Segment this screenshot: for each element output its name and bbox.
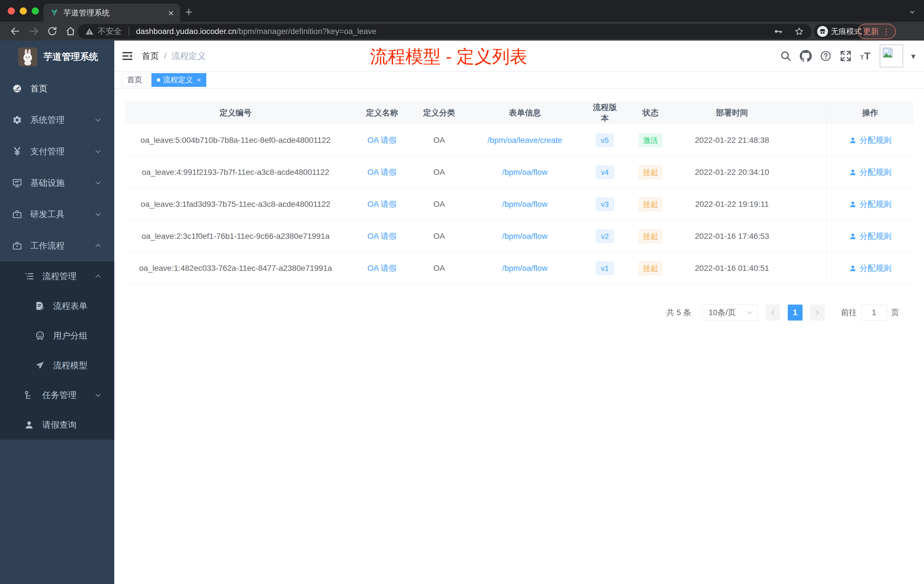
tag-home[interactable]: 首页 [122, 73, 147, 87]
sidebar-item-system-mgmt[interactable]: 系统管理 [0, 104, 114, 136]
reload-icon[interactable] [47, 26, 58, 36]
fullscreen-icon[interactable] [840, 50, 852, 62]
next-page-button[interactable] [810, 305, 825, 320]
github-icon[interactable] [800, 50, 812, 62]
page-number-1[interactable]: 1 [788, 305, 803, 320]
status-cell: 挂起 [620, 165, 681, 179]
yen-icon [12, 146, 22, 157]
form-info-link[interactable]: /bpm/oa/flow [502, 168, 548, 177]
form-info-cell: /bpm/oa/flow [460, 168, 589, 177]
help-question-icon[interactable] [820, 50, 832, 62]
chevron-down-icon [94, 179, 102, 186]
sidebar-item-task-mgmt[interactable]: 任务管理 [0, 380, 114, 410]
definition-id-cell: oa_leave:2:3c1f0ef1-76b1-11ec-9c66-a2380… [125, 232, 346, 241]
url-text[interactable]: dashboard.yudao.iocoder.cn/bpm/manager/d… [136, 27, 376, 36]
close-window-button[interactable] [8, 7, 15, 15]
tab-title: 芋道管理系统 [63, 8, 163, 18]
url-bar[interactable]: 不安全 dashboard.yudao.iocoder.cn/bpm/manag… [78, 24, 812, 39]
window-controls[interactable] [8, 7, 39, 15]
definition-name-link[interactable]: OA 请假 [368, 168, 397, 177]
sidebar-item-label: 流程管理 [42, 271, 77, 282]
assign-rule-link[interactable]: 分配规则 [849, 263, 892, 274]
incognito-badge: 无痕模式 [814, 24, 865, 39]
definition-name-link[interactable]: OA 请假 [368, 200, 397, 209]
tab-close-icon[interactable]: × [168, 8, 174, 18]
definition-name-link[interactable]: OA 请假 [368, 264, 397, 272]
font-size-icon[interactable]: TT [860, 50, 872, 62]
assign-rule-link[interactable]: 分配规则 [849, 135, 892, 146]
sidebar-item-label: 任务管理 [42, 389, 77, 401]
deploy-time-cell: 2022-01-22 21:48:38 [681, 136, 784, 145]
new-tab-button[interactable]: + [185, 6, 193, 18]
incognito-icon [817, 26, 828, 37]
active-tag-dot [157, 78, 160, 82]
user-icon [849, 232, 857, 240]
browser-tab[interactable]: 芋道管理系统 × [43, 4, 180, 22]
main-panel: 首页 / 流程定义 流程模型 - 定义列表 [114, 41, 924, 584]
home-icon[interactable] [65, 26, 76, 36]
update-label[interactable]: 更新 [863, 26, 879, 37]
form-info-link[interactable]: /bpm/oa/flow [502, 232, 548, 241]
table-body: oa_leave:5:004b710b-7b8a-11ec-8ef0-acde4… [125, 124, 913, 284]
form-info-link[interactable]: /bpm/oa/leave/create [487, 136, 562, 145]
search-icon[interactable] [780, 50, 792, 62]
forward-icon[interactable] [28, 26, 40, 36]
sidebar-item-dev-tools[interactable]: 研发工具 [0, 199, 114, 230]
sidebar-item-payment-mgmt[interactable]: 支付管理 [0, 136, 114, 167]
form-info-cell: /bpm/oa/flow [460, 200, 589, 209]
sidebar-menu: 首页系统管理支付管理基础设施研发工具工作流程流程管理流程表单用户分组流程模型任务… [0, 73, 114, 440]
browser-update-button[interactable]: 更新 ⋮ [858, 24, 896, 39]
sidebar-item-process-form[interactable]: 流程表单 [0, 291, 114, 321]
breadcrumb-home[interactable]: 首页 [142, 50, 159, 62]
assign-rule-link[interactable]: 分配规则 [849, 231, 892, 242]
password-key-icon[interactable] [773, 26, 783, 36]
sidebar-item-infrastructure[interactable]: 基础设施 [0, 167, 114, 199]
back-icon[interactable] [10, 26, 21, 36]
sidebar-item-home[interactable]: 首页 [0, 73, 114, 104]
status-badge: 挂起 [639, 261, 662, 275]
goto-page-input[interactable] [861, 305, 887, 320]
assign-rule-link[interactable]: 分配规则 [849, 167, 892, 178]
security-warning-icon[interactable] [85, 27, 94, 36]
security-label[interactable]: 不安全 [98, 26, 122, 37]
definition-category-cell: OA [418, 232, 460, 241]
definition-name-link[interactable]: OA 请假 [368, 232, 397, 241]
assign-rule-link[interactable]: 分配规则 [849, 199, 892, 210]
sidebar-logo-row[interactable]: 芋道管理系统 [0, 41, 114, 73]
breadcrumb: 首页 / 流程定义 [142, 41, 206, 71]
sidebar-item-process-model[interactable]: 流程模型 [0, 351, 114, 380]
zoom-window-button[interactable] [32, 7, 39, 15]
incognito-label: 无痕模式 [831, 26, 862, 36]
tag-process-definition[interactable]: 流程定义 × [152, 73, 206, 87]
status-cell: 挂起 [620, 229, 681, 243]
sidebar-item-label: 支付管理 [30, 146, 64, 157]
sidebar-item-leave-query[interactable]: 请假查询 [0, 410, 114, 440]
definition-category-cell: OA [418, 168, 460, 177]
avatar-menu-caret-icon[interactable]: ▾ [911, 51, 916, 61]
minimize-window-button[interactable] [20, 7, 27, 15]
definition-name-cell: OA 请假 [346, 263, 418, 274]
user-icon [849, 264, 857, 272]
sidebar-item-label: 研发工具 [30, 209, 64, 220]
sidebar-item-process-mgmt[interactable]: 流程管理 [0, 261, 114, 291]
tags-view: 首页 流程定义 × [114, 71, 924, 89]
form-info-link[interactable]: /bpm/oa/flow [502, 200, 548, 209]
process-version-cell: v5 [589, 134, 620, 147]
avatar-broken-image[interactable] [880, 45, 903, 68]
bookmark-star-icon[interactable] [794, 26, 804, 36]
status-badge: 激活 [639, 134, 662, 147]
tab-search-chevron-icon[interactable]: ⌄ [908, 4, 917, 16]
prev-page-button[interactable] [766, 305, 780, 320]
form-info-link[interactable]: /bpm/oa/flow [502, 264, 548, 272]
tag-close-icon[interactable]: × [197, 76, 201, 84]
definition-name-link[interactable]: OA 请假 [368, 136, 397, 145]
browser-menu-dots-icon[interactable]: ⋮ [882, 27, 891, 36]
face-icon [35, 331, 45, 341]
breadcrumb-current: 流程定义 [172, 50, 206, 62]
sidebar-item-user-group[interactable]: 用户分组 [0, 321, 114, 351]
page-size-select[interactable]: 10条/页 [702, 304, 758, 321]
sidebar-item-label: 请假查询 [42, 419, 77, 431]
sidebar-item-workflow[interactable]: 工作流程 [0, 230, 114, 261]
svg-text:T: T [860, 54, 864, 61]
sidebar-collapse-icon[interactable] [122, 50, 133, 62]
